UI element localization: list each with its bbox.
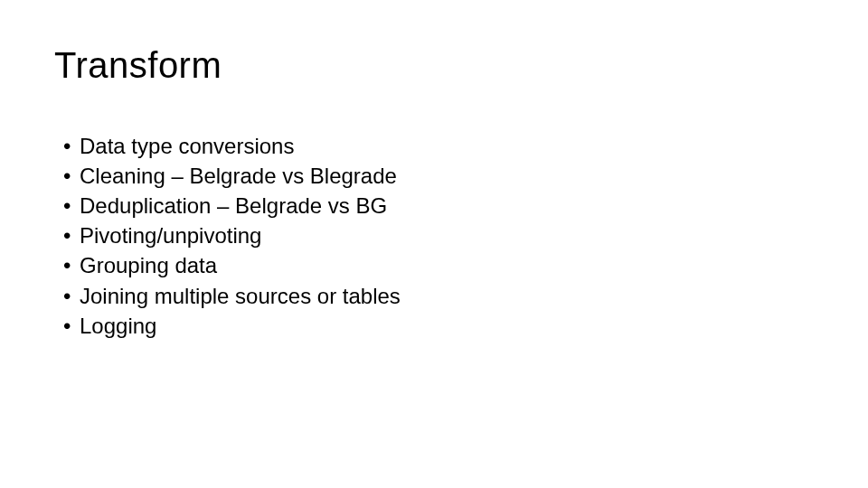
list-item: Pivoting/unpivoting <box>63 221 814 250</box>
list-item: Data type conversions <box>63 131 814 161</box>
list-item: Grouping data <box>63 250 814 280</box>
slide-title: Transform <box>54 45 814 86</box>
list-item: Logging <box>63 311 814 341</box>
bullet-list: Data type conversions Cleaning – Belgrad… <box>54 131 814 341</box>
list-item: Deduplication – Belgrade vs BG <box>63 191 814 221</box>
list-item: Cleaning – Belgrade vs Blegrade <box>63 161 814 191</box>
list-item: Joining multiple sources or tables <box>63 281 814 311</box>
